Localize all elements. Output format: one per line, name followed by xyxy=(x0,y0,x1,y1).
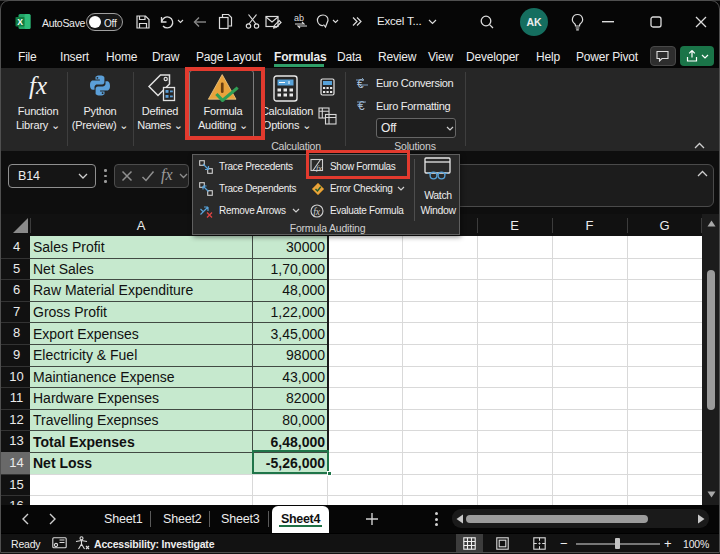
svg-text:fx: fx xyxy=(313,207,321,217)
svg-text:X: X xyxy=(17,17,23,27)
svg-text:ab: ab xyxy=(294,13,304,23)
